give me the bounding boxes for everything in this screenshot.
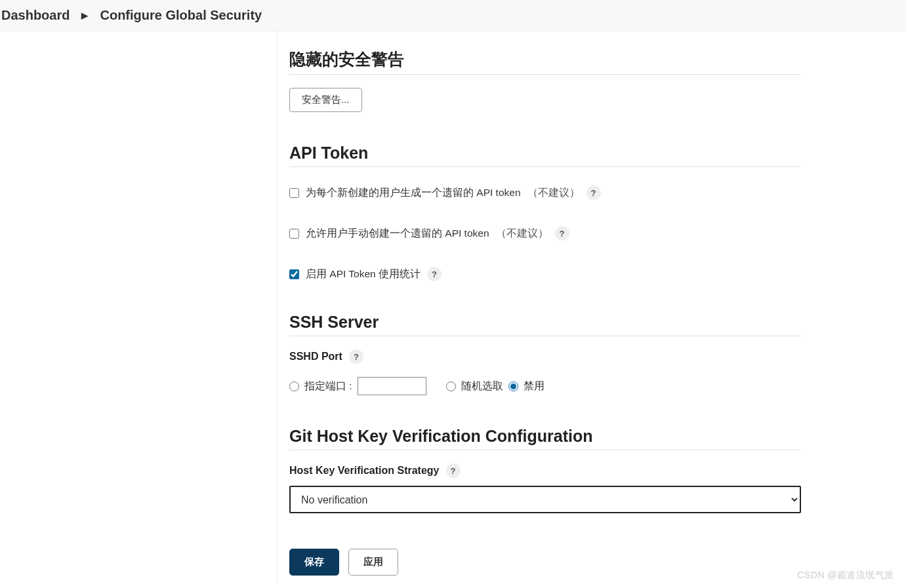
sshd-radio-specify[interactable] [289,382,299,391]
sshd-radio-random[interactable] [446,382,456,391]
api-token-opt1-label: 为每个新创建的用户生成一个遗留的 API token [306,186,521,200]
api-token-opt2-row: 允许用户手动创建一个遗留的 API token （不建议） ? [289,226,801,241]
api-token-opt1-checkbox[interactable] [289,188,299,198]
sshd-radio-disable[interactable] [508,382,518,391]
section-git-host-title: Git Host Key Verification Configuration [289,427,801,450]
main-content: 隐藏的安全警告 安全警告... API Token 为每个新创建的用户生成一个遗… [278,31,822,583]
host-key-strategy-text: Host Key Verification Strategy [289,465,440,477]
sshd-port-text: SSHD Port [289,351,342,363]
sshd-radio-specify-label: 指定端口 : [304,380,352,393]
breadcrumb: Dashboard ▶ Configure Global Security [0,0,906,31]
api-token-opt2-checkbox[interactable] [289,229,299,239]
form-buttons: 保存 应用 [289,549,801,576]
api-token-opt1-suffix: （不建议） [527,186,580,200]
breadcrumb-current[interactable]: Configure Global Security [100,8,262,23]
breadcrumb-dashboard[interactable]: Dashboard [1,8,70,23]
help-icon[interactable]: ? [349,349,363,364]
api-token-opt3-checkbox[interactable] [289,269,299,279]
sidebar [0,31,278,583]
section-ssh-server-title: SSH Server [289,313,801,336]
watermark: CSDN @霸道流氓气质 [797,570,894,581]
sshd-radio-random-label: 随机选取 [461,380,503,393]
api-token-opt2-label: 允许用户手动创建一个遗留的 API token [306,227,489,241]
api-token-opt1-row: 为每个新创建的用户生成一个遗留的 API token （不建议） ? [289,186,801,200]
api-token-opt2-suffix: （不建议） [496,227,548,241]
help-icon[interactable]: ? [427,267,442,281]
host-key-strategy-select[interactable]: No verification [289,486,801,513]
sshd-port-radio-row: 指定端口 : 随机选取 禁用 [289,377,801,395]
api-token-opt3-label: 启用 API Token 使用统计 [306,267,421,281]
save-button[interactable]: 保存 [289,549,339,576]
help-icon[interactable]: ? [446,463,461,478]
sshd-port-label: SSHD Port ? [289,349,801,364]
chevron-right-icon: ▶ [81,10,88,20]
sshd-radio-disable-label: 禁用 [524,380,545,393]
api-token-opt3-row: 启用 API Token 使用统计 ? [289,267,801,281]
section-api-token-title: API Token [289,144,801,167]
host-key-strategy-label: Host Key Verification Strategy ? [289,463,801,478]
section-hidden-warnings-title: 隐藏的安全警告 [289,49,801,75]
help-icon[interactable]: ? [587,186,601,200]
help-icon[interactable]: ? [555,226,569,241]
security-warnings-button[interactable]: 安全警告... [289,88,362,112]
apply-button[interactable]: 应用 [348,549,398,576]
sshd-port-input[interactable] [358,377,426,395]
